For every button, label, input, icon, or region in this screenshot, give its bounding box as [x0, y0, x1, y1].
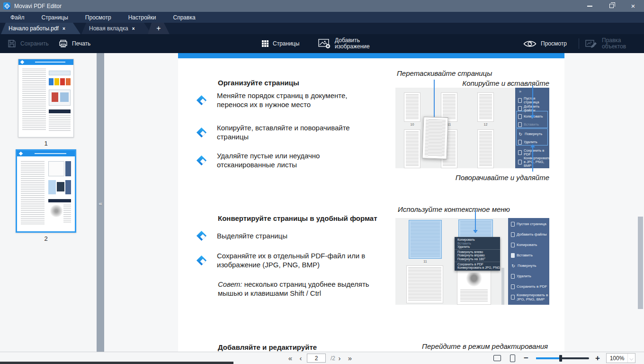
arrow-context	[475, 209, 476, 230]
collapse-panel-button[interactable]: «	[97, 199, 104, 209]
view-mode-button[interactable]: Просмотр	[523, 34, 567, 53]
taskbar-edge-strip	[0, 362, 233, 364]
titlebar: Movavi PDF Editor ×	[0, 0, 644, 12]
zoom-slider[interactable]	[536, 357, 589, 359]
page-number-input[interactable]	[307, 354, 326, 363]
mini-context-menu: Копировать Вставить Удалить Повернуть вл…	[455, 237, 500, 271]
save-icon	[8, 39, 16, 48]
screenshot-context-menu: 11 Копировать Вставить Удалить Повернуть…	[395, 218, 549, 305]
arrow-rotate	[532, 147, 533, 172]
page-1-number: 1	[18, 140, 74, 147]
app-window: Movavi PDF Editor × Файл Страницы Просмо…	[0, 0, 644, 364]
zoom-level-value: 100%	[607, 355, 627, 362]
section1-heading: Организуйте страницы	[218, 79, 299, 87]
mini-scrollbar	[501, 268, 504, 305]
zoom-slider-fill	[536, 357, 561, 359]
menu-view[interactable]: Просмотр	[79, 12, 118, 23]
tip-text: Совет: несколько страниц удобнее выделят…	[218, 280, 379, 298]
fit-height-icon	[510, 355, 515, 362]
mini-collapse-icon: »	[519, 89, 521, 94]
restore-icon	[609, 4, 614, 8]
close-button[interactable]: ×	[622, 0, 644, 12]
edit-objects-icon	[585, 39, 598, 48]
mini-page-selected	[409, 220, 442, 259]
vertical-scrollbar-thumb[interactable]	[638, 217, 643, 309]
edit-objects-button[interactable]: Правка объектов	[585, 34, 626, 53]
pdf-page: Организуйте страницы Меняйте порядок стр…	[178, 53, 564, 352]
arrow-copy	[532, 85, 533, 116]
pages-button[interactable]: Страницы	[262, 34, 299, 53]
document-view: Организуйте страницы Меняйте порядок стр…	[104, 53, 644, 352]
print-label: Печать	[72, 40, 90, 47]
content-area: 1 2 « Организуйте страницы	[0, 53, 644, 352]
prev-page-button[interactable]: ‹	[296, 352, 305, 364]
print-button[interactable]: Печать	[59, 34, 90, 53]
page-2-thumbnail-selected[interactable]	[16, 149, 76, 233]
edit-objects-label: Правка объектов	[602, 37, 626, 50]
add-tab-button[interactable]: +	[148, 23, 170, 34]
bullet-item: Выделяйте страницы	[198, 231, 374, 240]
caption-drag-pages: Перетаскивайте страницы	[397, 69, 492, 77]
caption-edit-mode: Перейдите в режим редактирования	[422, 342, 548, 350]
tab-close-icon[interactable]: ×	[132, 26, 135, 31]
minimize-icon	[587, 6, 592, 7]
print-icon	[59, 39, 68, 48]
grid-icon	[262, 40, 264, 42]
add-image-icon	[318, 38, 331, 49]
menubar: Файл Страницы Просмотр Настройки Справка	[0, 12, 644, 23]
menu-settings[interactable]: Настройки	[122, 12, 163, 23]
window-title: Movavi PDF Editor	[14, 3, 62, 9]
tab-new[interactable]: Новая вкладка ×	[81, 23, 152, 34]
add-image-button[interactable]: Добавить изображение	[318, 34, 370, 53]
mini-page	[406, 265, 443, 303]
zoom-out-button[interactable]: −	[521, 352, 531, 364]
chevron-down-icon	[627, 354, 635, 363]
menu-pages[interactable]: Страницы	[35, 12, 75, 23]
fit-width-button[interactable]	[492, 352, 503, 364]
restore-button[interactable]	[600, 0, 622, 12]
diamond-bullet-icon	[197, 255, 206, 265]
diamond-bullet-icon	[197, 155, 206, 165]
panel-splitter[interactable]: «	[97, 53, 104, 352]
bullet-item: Удаляйте пустые или неудачно отсканирова…	[198, 151, 374, 169]
diamond-bullet-icon	[197, 95, 206, 105]
screenshot-pages-view: 10 11 12 » Пустая страница Добавить файл…	[395, 88, 549, 168]
bullet-item: Меняйте порядок страниц в документе, пер…	[198, 91, 374, 109]
mini-page-image	[457, 269, 491, 305]
zoom-level-select[interactable]: 100%	[606, 353, 635, 363]
zoom-slider-handle[interactable]	[559, 355, 562, 362]
arrow-drag	[434, 80, 435, 120]
section2-heading: Конвертируйте страницы в удобный формат	[218, 214, 377, 222]
tab-close-icon[interactable]: ×	[63, 26, 65, 31]
view-mode-label: Просмотр	[541, 40, 567, 47]
pages-label: Страницы	[273, 40, 299, 47]
diamond-bullet-icon	[197, 231, 206, 241]
minimize-button[interactable]	[579, 0, 600, 12]
menu-file[interactable]: Файл	[4, 12, 31, 23]
first-page-button[interactable]: «	[286, 352, 295, 364]
tab-label: Новая вкладка	[89, 25, 128, 32]
bullet-item: Копируйте, вставляйте и поворачивайте ст…	[198, 123, 374, 141]
tab-bar: Начало работы.pdf × Новая вкладка × +	[0, 23, 644, 34]
mini-page	[404, 129, 420, 168]
caption-copy-paste: Копируйте и вставляйте	[462, 79, 549, 87]
diamond-bullet-icon	[197, 127, 206, 137]
dragged-page	[422, 117, 448, 159]
zoom-in-button[interactable]: +	[593, 352, 602, 364]
page-2-number: 2	[16, 235, 76, 242]
fit-height-button[interactable]	[508, 352, 517, 364]
page-1-thumbnail[interactable]	[18, 59, 74, 137]
eye-icon	[523, 40, 537, 48]
next-page-button[interactable]: ›	[335, 352, 344, 364]
caption-context-menu: Используйте контекстное меню	[398, 205, 510, 213]
section3-heading: Добавляйте и редактируйте	[218, 343, 317, 351]
menu-help[interactable]: Справка	[167, 12, 202, 23]
toolbar: Сохранить Печать Страницы Добавить изобр…	[0, 34, 644, 53]
caption-rotate-delete: Поворачивайте и удаляйте	[456, 173, 549, 182]
tab-start-pdf[interactable]: Начало работы.pdf ×	[1, 23, 80, 34]
last-page-button[interactable]: »	[346, 352, 354, 364]
save-button[interactable]: Сохранить	[8, 34, 49, 53]
page-header-strip	[178, 53, 564, 58]
tab-label: Начало работы.pdf	[9, 25, 59, 32]
add-image-label: Добавить изображение	[335, 37, 370, 50]
